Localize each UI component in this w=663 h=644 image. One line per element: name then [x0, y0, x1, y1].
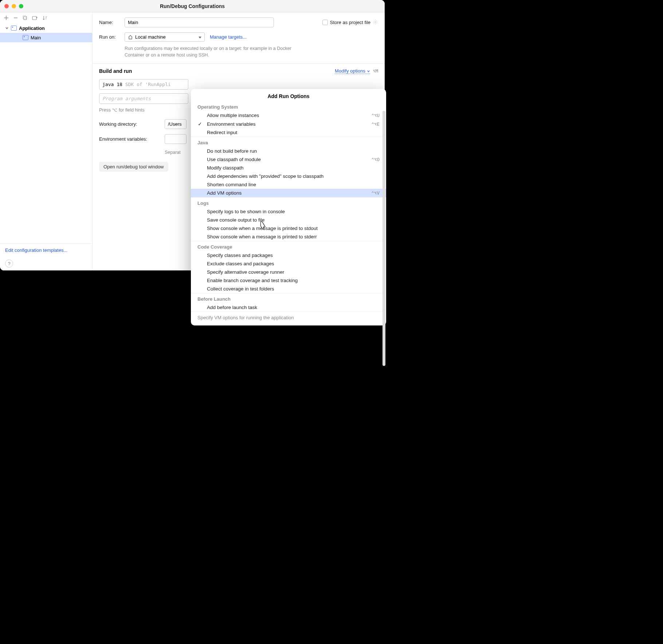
- build-run-section: Build and run Modify options ⌥M: [99, 68, 378, 74]
- menu-item-shortcut: ⌃⌥U: [371, 113, 380, 118]
- open-tool-window-chip[interactable]: Open run/debug tool window: [99, 162, 168, 172]
- minimize-window-button[interactable]: [12, 4, 16, 8]
- popup-footer-hint: Specify VM options for running the appli…: [191, 312, 386, 322]
- env-vars-input[interactable]: [165, 134, 187, 144]
- help-button[interactable]: ?: [5, 259, 13, 268]
- menu-item-label: Modify classpath: [205, 165, 377, 171]
- run-on-label: Run on:: [99, 32, 121, 40]
- menu-item[interactable]: Modify classpath: [191, 164, 386, 172]
- menu-item-shortcut: ⌃⌥V: [371, 190, 380, 196]
- run-on-value: Local machine: [135, 34, 166, 40]
- menu-item[interactable]: Save console output to file: [191, 216, 386, 224]
- menu-item[interactable]: Add before launch task: [191, 303, 386, 312]
- config-sidebar: Application Main Edit configuration temp…: [0, 12, 93, 270]
- menu-item-label: Collect coverage in test folders: [205, 286, 377, 292]
- modify-options-shortcut: ⌥M: [373, 69, 378, 74]
- menu-item[interactable]: Specify alternative coverage runner: [191, 268, 386, 276]
- name-label: Name:: [99, 20, 121, 25]
- menu-item[interactable]: Show console when a message is printed t…: [191, 233, 386, 241]
- window-controls: [4, 4, 23, 8]
- check-icon: ✓: [197, 121, 203, 127]
- menu-item[interactable]: Allow multiple instances⌃⌥U: [191, 111, 386, 120]
- tree-node-main[interactable]: Main: [0, 33, 92, 42]
- section-title-label: Build and run: [99, 68, 132, 74]
- sort-icon[interactable]: [42, 15, 47, 20]
- menu-item-label: Add before launch task: [205, 305, 377, 310]
- window-title: Run/Debug Configurations: [160, 3, 225, 9]
- maximize-window-button[interactable]: [19, 4, 23, 8]
- menu-item[interactable]: Use classpath of module⌃⌥O: [191, 155, 386, 164]
- tree-node-label: Application: [19, 26, 45, 31]
- name-input[interactable]: [125, 17, 274, 27]
- svg-rect-0: [24, 16, 27, 20]
- edit-templates-link[interactable]: Edit configuration templates...: [5, 247, 67, 253]
- run-on-hint: Run configurations may be executed local…: [125, 45, 292, 58]
- menu-item-label: Use classpath of module: [205, 157, 368, 162]
- env-vars-label: Environment variables:: [99, 136, 161, 142]
- popup-group-header: Before Launch: [191, 293, 386, 303]
- popup-group-header: Java: [191, 137, 386, 147]
- application-icon: [23, 35, 28, 40]
- gear-icon[interactable]: [373, 19, 378, 26]
- menu-item-label: Enable branch coverage and test tracking: [205, 278, 377, 283]
- checkbox-label: Store as project file: [330, 20, 370, 25]
- store-as-file-checkbox[interactable]: Store as project file: [322, 19, 378, 26]
- menu-item-label: Exclude classes and packages: [205, 261, 377, 266]
- menu-item-label: Show console when a message is printed t…: [205, 234, 377, 239]
- menu-item-label: Save console output to file: [205, 217, 377, 223]
- menu-item-label: Specify classes and packages: [205, 253, 377, 258]
- sdk-input[interactable]: java 18 SDK of 'RunAppli: [99, 79, 188, 90]
- close-window-button[interactable]: [4, 4, 9, 8]
- modify-options-link[interactable]: Modify options: [335, 68, 370, 74]
- menu-item-label: Redirect input: [205, 130, 377, 135]
- menu-item[interactable]: Add dependencies with "provided" scope t…: [191, 172, 386, 180]
- tree-node-application[interactable]: Application: [0, 23, 92, 33]
- config-tree: Application Main: [0, 23, 92, 243]
- home-icon: [128, 35, 133, 40]
- menu-item[interactable]: Enable branch coverage and test tracking: [191, 276, 386, 285]
- svg-rect-2: [32, 16, 36, 20]
- menu-item-label: Specify logs to be shown in console: [205, 209, 377, 214]
- svg-point-3: [375, 21, 376, 23]
- menu-item-shortcut: ⌃⌥E: [371, 121, 380, 127]
- menu-item[interactable]: Show console when a message is printed t…: [191, 224, 386, 233]
- menu-item[interactable]: Redirect input: [191, 128, 386, 137]
- menu-item[interactable]: Collect coverage in test folders: [191, 285, 386, 293]
- popup-scrollbar[interactable]: [382, 111, 385, 366]
- sidebar-footer: Edit configuration templates...: [0, 243, 92, 257]
- popup-group-header: Operating System: [191, 101, 386, 111]
- chevron-down-icon: [5, 26, 9, 30]
- menu-item[interactable]: Do not build before run: [191, 147, 386, 155]
- popup-group-header: Logs: [191, 197, 386, 207]
- program-arguments-input[interactable]: Program arguments: [99, 93, 188, 104]
- application-icon: [11, 26, 17, 31]
- remove-icon[interactable]: [13, 15, 18, 20]
- menu-item[interactable]: Specify logs to be shown in console: [191, 207, 386, 216]
- tree-node-label: Main: [31, 35, 41, 40]
- menu-item-label: Show console when a message is printed t…: [205, 226, 377, 231]
- svg-rect-1: [23, 16, 26, 19]
- chevron-down-icon: [367, 70, 370, 73]
- menu-item-label: Environment variables: [205, 121, 368, 127]
- menu-item-label: Add dependencies with "provided" scope t…: [205, 173, 377, 179]
- copy-icon[interactable]: [23, 15, 28, 20]
- menu-item-label: Add VM options: [205, 190, 368, 196]
- menu-item-label: Do not build before run: [205, 148, 377, 154]
- manage-targets-link[interactable]: Manage targets...: [210, 34, 247, 40]
- menu-item-label: Shorten command line: [205, 182, 377, 187]
- sidebar-toolbar: [0, 12, 92, 23]
- working-dir-label: Working directory:: [99, 121, 161, 127]
- menu-item[interactable]: Add VM options⌃⌥V: [191, 189, 386, 197]
- menu-item[interactable]: Specify classes and packages: [191, 251, 386, 259]
- working-dir-input[interactable]: [165, 119, 187, 129]
- popup-title: Add Run Options: [191, 89, 386, 101]
- menu-item[interactable]: Exclude classes and packages: [191, 259, 386, 268]
- add-icon[interactable]: [4, 15, 9, 20]
- menu-item-label: Allow multiple instances: [205, 113, 368, 118]
- save-template-icon[interactable]: [32, 15, 38, 20]
- menu-item[interactable]: ✓Environment variables⌃⌥E: [191, 120, 386, 128]
- menu-item[interactable]: Shorten command line: [191, 180, 386, 189]
- menu-item-label: Specify alternative coverage runner: [205, 269, 377, 275]
- run-on-select[interactable]: Local machine: [125, 32, 205, 42]
- titlebar: Run/Debug Configurations: [0, 0, 385, 12]
